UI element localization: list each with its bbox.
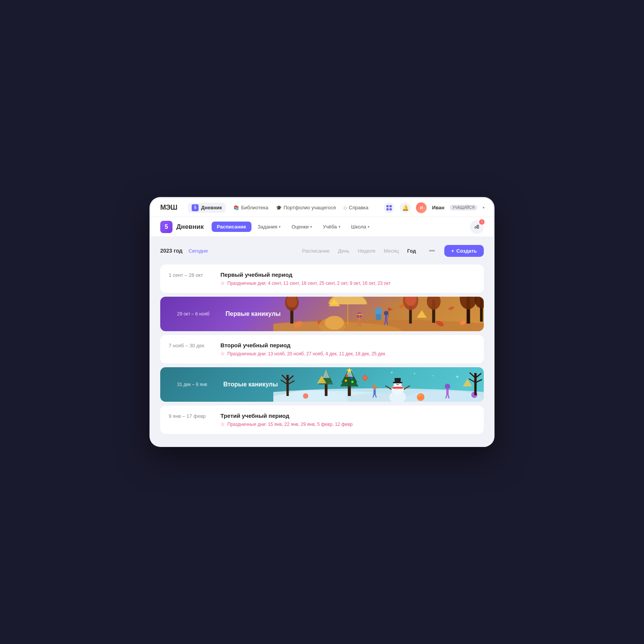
avatar: И [416,202,427,213]
tab-study[interactable]: Учёба ▾ [318,222,345,232]
view-tab-week[interactable]: Неделя [354,246,379,256]
svg-text:✦: ✦ [413,371,416,376]
vacation-2-title: Вторые каникулы [223,381,278,388]
user-dropdown-icon[interactable]: ▾ [483,205,485,210]
svg-text:✦: ✦ [390,370,394,375]
svg-point-94 [303,393,309,399]
portfolio-link[interactable]: 🎓 Портфолио учащегося [276,205,336,210]
autumn-scene [273,297,484,331]
svg-point-8 [433,250,435,251]
study-chevron-icon: ▾ [338,225,340,229]
year-label: 2023 год [160,248,182,254]
share-badge: 1 [479,219,485,225]
portfolio-icon: 🎓 [276,205,282,210]
svg-marker-87 [363,375,368,381]
tab-school[interactable]: Школа ▾ [347,222,375,232]
svg-rect-79 [393,382,402,383]
nav-right: 🔔 И Иван УЧАЩИЙСЯ ▾ [384,202,485,213]
svg-point-71 [345,380,347,382]
notifications-button[interactable]: 🔔 [400,202,411,213]
svg-rect-80 [393,387,403,389]
period-3-date: 9 янв – 17 февр [169,412,213,419]
period-2-info: Второй учебный период ☆ Праздничные дни:… [220,342,475,356]
vacation-2-date: 31 дек – 8 янв [169,382,215,387]
period-2-holidays: ☆ Праздничные дни: 13 нояб, 20 нояб, 27 … [220,351,475,356]
svg-rect-1 [389,205,392,207]
period-3-title: Третий учебный период [220,412,475,419]
top-nav: МЭШ 5 Дневник 📚 Библиотека 🎓 Портфолио у… [151,199,493,217]
avatar-text: И [420,205,423,210]
settings-button[interactable] [426,245,438,257]
diary-number: 5 [160,221,172,233]
vacation-1-date: 29 окт – 6 нояб [169,311,218,317]
second-nav: 5 Дневник Расписание Задания ▾ Оценки ▾ … [151,217,493,237]
period-1-title: Первый учебный период [220,271,475,278]
holiday-star-icon-3: ☆ [220,421,225,427]
main-content: 2023 год Сегодня Расписание День Неделя … [151,237,493,445]
tab-tasks[interactable]: Задания ▾ [253,222,285,232]
period-1-date: 1 сент – 28 окт [169,271,213,278]
svg-rect-46 [376,314,381,320]
user-role-badge: УЧАЩИЙСЯ [450,205,477,210]
create-button[interactable]: + Создать [444,245,484,257]
svg-point-69 [346,375,348,377]
view-tab-day[interactable]: День [334,246,353,256]
svg-point-30 [475,297,484,308]
holiday-star-icon-2: ☆ [220,351,225,356]
view-tab-month[interactable]: Месяц [380,246,402,256]
svg-point-70 [351,377,353,379]
svg-marker-49 [417,310,427,318]
svg-marker-44 [389,307,393,311]
periods-list: 1 сент – 28 окт Первый учебный период ☆ … [160,264,484,438]
svg-text:✦: ✦ [455,374,460,380]
create-label: Создать [457,248,477,254]
svg-point-7 [429,250,431,251]
grades-chevron-icon: ▾ [310,225,312,229]
svg-point-16 [399,303,405,309]
create-icon: + [451,248,454,254]
active-app-tab[interactable]: 5 Дневник [188,203,226,213]
period-1-info: Первый учебный период ☆ Праздничные дни:… [220,271,475,286]
help-link[interactable]: ◇ Справка [343,205,368,210]
logo: МЭШ [160,204,177,212]
vacation-banner-winter: 31 дек – 8 янв Вторые каникулы [160,367,484,402]
active-app-label: Дневник [201,205,222,210]
tasks-chevron-icon: ▾ [279,225,281,229]
period-1-holidays: ☆ Праздничные дни: 4 сент, 11 сент, 18 с… [220,280,475,286]
library-icon: 📚 [233,205,239,210]
share-button[interactable]: 1 [470,220,484,234]
svg-point-92 [417,393,425,401]
svg-point-28 [460,297,477,309]
portfolio-label: Портфолио учащегося [284,205,336,210]
library-link[interactable]: 📚 Библиотека [233,205,268,210]
period-3-info: Третий учебный период ☆ Праздничные дни:… [220,412,475,427]
svg-point-39 [384,311,389,315]
today-button[interactable]: Сегодня [189,248,208,254]
period-2-holiday-text: Праздничные дни: 13 нояб, 20 нояб, 27 но… [227,351,385,356]
vacation-banner-autumn: 29 окт – 6 нояб Первые каникулы [160,297,484,331]
period-3-holidays: ☆ Праздничные дни: 15 янв, 22 янв, 29 ян… [220,421,475,427]
tab-schedule[interactable]: Расписание [212,222,252,232]
svg-point-26 [427,297,441,310]
svg-marker-63 [322,369,330,378]
period-row-3: 9 янв – 17 февр Третий учебный период ☆ … [160,406,484,434]
help-label: Справка [349,205,368,210]
period-1-holiday-text: Праздничные дни: 4 сент, 11 сент, 18 сен… [227,281,391,286]
view-tabs: Расписание День Неделя Месяц Год [298,246,420,256]
view-tab-schedule[interactable]: Расписание [298,246,334,256]
tablet-inner: МЭШ 5 Дневник 📚 Библиотека 🎓 Портфолио у… [151,199,493,445]
svg-rect-2 [386,208,389,210]
tablet-frame: МЭШ 5 Дневник 📚 Библиотека 🎓 Портфолио у… [150,197,495,447]
svg-text:✦: ✦ [432,374,435,378]
tab-grades[interactable]: Оценки ▾ [287,222,317,232]
svg-rect-102 [475,373,477,395]
svg-point-6 [431,250,433,251]
user-name: Иван [432,205,444,210]
svg-rect-55 [287,375,289,396]
period-row-2: 7 нояб – 30 дек Второй учебный период ☆ … [160,335,484,363]
school-chevron-icon: ▾ [368,225,370,229]
apps-grid-button[interactable] [384,202,394,213]
help-icon: ◇ [343,205,347,210]
holiday-star-icon-1: ☆ [220,280,225,286]
view-tab-year[interactable]: Год [403,246,420,256]
